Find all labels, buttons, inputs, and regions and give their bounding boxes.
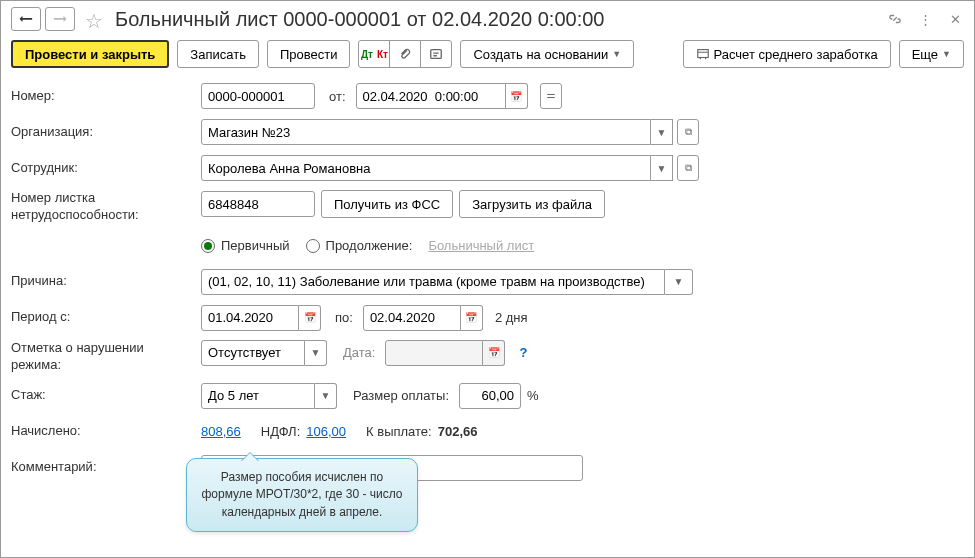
- emp-dropdown-icon[interactable]: ▼: [651, 155, 673, 181]
- svg-rect-1: [697, 50, 708, 58]
- sheet-input[interactable]: [201, 191, 315, 217]
- kebab-icon[interactable]: ⋮: [916, 10, 934, 28]
- dt-kt-button[interactable]: ДтКт: [358, 40, 390, 68]
- violation-date-picker-icon: 📅: [483, 340, 505, 366]
- number-input[interactable]: [201, 83, 315, 109]
- seniority-label: Стаж:: [11, 387, 201, 404]
- ndfl-label: НДФЛ:: [261, 424, 301, 439]
- period-to-input[interactable]: [363, 305, 461, 331]
- period-from-input[interactable]: [201, 305, 299, 331]
- sheet-label: Номер листка нетрудоспособности:: [11, 190, 201, 224]
- comment-label: Комментарий:: [11, 459, 201, 476]
- radio-continuation[interactable]: Продолжение:: [306, 238, 413, 253]
- reason-label: Причина:: [11, 273, 201, 290]
- org-input[interactable]: [201, 119, 651, 145]
- status-button[interactable]: [420, 40, 452, 68]
- get-fss-button[interactable]: Получить из ФСС: [321, 190, 453, 218]
- org-open-icon[interactable]: ⧉: [677, 119, 699, 145]
- radio-primary[interactable]: Первичный: [201, 238, 290, 253]
- violation-dropdown-icon[interactable]: ▼: [305, 340, 327, 366]
- pay-rate-label: Размер оплаты:: [353, 388, 449, 403]
- reason-dropdown-icon[interactable]: ▼: [665, 269, 693, 295]
- date-extra-button[interactable]: [540, 83, 562, 109]
- payout-value: 702,66: [438, 424, 478, 439]
- close-icon[interactable]: ✕: [946, 10, 964, 28]
- emp-input[interactable]: [201, 155, 651, 181]
- back-button[interactable]: 🠔: [11, 7, 41, 31]
- save-button[interactable]: Записать: [177, 40, 259, 68]
- violation-date-input: [385, 340, 483, 366]
- attach-button[interactable]: [389, 40, 421, 68]
- violation-date-label: Дата:: [343, 345, 375, 360]
- ndfl-link[interactable]: 106,00: [306, 424, 346, 439]
- seniority-dropdown-icon[interactable]: ▼: [315, 383, 337, 409]
- period-from-picker-icon[interactable]: 📅: [299, 305, 321, 331]
- post-button[interactable]: Провести: [267, 40, 351, 68]
- period-to-picker-icon[interactable]: 📅: [461, 305, 483, 331]
- org-dropdown-icon[interactable]: ▼: [651, 119, 673, 145]
- seniority-input[interactable]: [201, 383, 315, 409]
- pay-unit: %: [527, 388, 539, 403]
- radio-cont-icon: [306, 239, 320, 253]
- radio-primary-icon: [201, 239, 215, 253]
- link-icon[interactable]: [886, 10, 904, 28]
- page-title: Больничный лист 0000-000001 от 02.04.202…: [115, 8, 882, 31]
- payout-label: К выплате:: [366, 424, 432, 439]
- callout-tooltip: Размер пособия исчислен по формуле МРОТ/…: [186, 458, 418, 532]
- create-basis-button[interactable]: Создать на основании ▼: [460, 40, 634, 68]
- accrued-label: Начислено:: [11, 423, 201, 440]
- period-to-label: по:: [335, 310, 353, 325]
- number-label: Номер:: [11, 88, 201, 105]
- forward-button[interactable]: 🠖: [45, 7, 75, 31]
- favorite-icon[interactable]: ☆: [85, 9, 105, 29]
- period-label: Период с:: [11, 309, 201, 326]
- more-button[interactable]: Еще ▼: [899, 40, 964, 68]
- period-days: 2 дня: [495, 310, 528, 325]
- date-input[interactable]: [356, 83, 506, 109]
- load-file-button[interactable]: Загрузить из файла: [459, 190, 605, 218]
- accrued-link[interactable]: 808,66: [201, 424, 241, 439]
- org-label: Организация:: [11, 124, 201, 141]
- emp-open-icon[interactable]: ⧉: [677, 155, 699, 181]
- svg-rect-0: [431, 50, 442, 59]
- continuation-link: Больничный лист: [428, 238, 534, 253]
- violation-input[interactable]: [201, 340, 305, 366]
- avg-calc-button[interactable]: Расчет среднего заработка: [683, 40, 891, 68]
- from-label: от:: [329, 89, 346, 104]
- emp-label: Сотрудник:: [11, 160, 201, 177]
- pay-rate-input[interactable]: [459, 383, 521, 409]
- post-close-button[interactable]: Провести и закрыть: [11, 40, 169, 68]
- violation-label: Отметка о нарушении режима:: [11, 340, 201, 374]
- reason-input[interactable]: [201, 269, 665, 295]
- date-picker-icon[interactable]: 📅: [506, 83, 528, 109]
- help-icon[interactable]: ?: [519, 345, 527, 360]
